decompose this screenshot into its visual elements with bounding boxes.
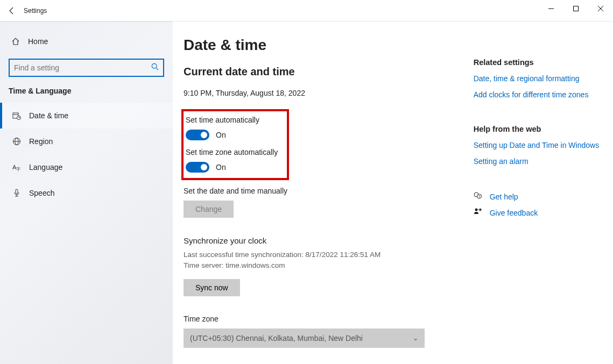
auto-timezone-state: On	[216, 163, 226, 172]
auto-timezone-label: Set time zone automatically	[186, 148, 283, 156]
related-settings-heading: Related settings	[474, 58, 613, 67]
svg-line-5	[156, 68, 158, 70]
svg-text:字: 字	[16, 167, 20, 172]
link-get-help[interactable]: Get help	[490, 192, 518, 201]
current-datetime-value: 9:10 PM, Thursday, August 18, 2022	[184, 89, 463, 97]
link-give-feedback[interactable]: Give feedback	[490, 209, 538, 217]
link-regional-formatting[interactable]: Date, time & regional formatting	[474, 74, 613, 83]
back-button[interactable]	[0, 6, 24, 15]
close-button[interactable]	[588, 0, 613, 17]
search-input[interactable]	[9, 59, 164, 77]
current-datetime-heading: Current date and time	[184, 66, 463, 78]
link-add-clocks[interactable]: Add clocks for different time zones	[474, 90, 613, 99]
timezone-heading: Time zone	[184, 315, 463, 323]
nav-language[interactable]: A字 Language	[0, 154, 173, 180]
link-setting-alarm[interactable]: Setting an alarm	[474, 157, 613, 166]
sidebar: Home Time & Language Date & time Region …	[0, 22, 173, 364]
svg-point-4	[152, 63, 157, 68]
category-header: Time & Language	[0, 87, 173, 103]
link-setup-datetime[interactable]: Setting up Date and Time in Windows	[474, 141, 613, 149]
nav-date-time[interactable]: Date & time	[0, 103, 173, 129]
auto-timezone-toggle[interactable]	[186, 162, 209, 173]
timezone-select[interactable]: (UTC+05:30) Chennai, Kolkata, Mumbai, Ne…	[184, 329, 425, 348]
language-icon: A字	[11, 163, 23, 172]
sync-heading: Synchronize your clock	[184, 236, 463, 245]
auto-time-state: On	[216, 131, 226, 139]
svg-text:?: ?	[478, 195, 480, 198]
manual-datetime-label: Set the date and time manually	[184, 187, 463, 195]
window-title: Settings	[24, 7, 47, 15]
home-label: Home	[28, 37, 48, 46]
sync-last-text: Last successful time synchronization: 8/…	[184, 249, 463, 260]
maximize-button[interactable]	[563, 0, 588, 17]
highlight-box: Set time automatically On Set time zone …	[181, 109, 289, 180]
page-title: Date & time	[184, 37, 463, 54]
nav-speech[interactable]: Speech	[0, 180, 173, 206]
feedback-icon	[474, 208, 483, 218]
svg-rect-1	[574, 6, 579, 11]
change-button[interactable]: Change	[184, 201, 234, 218]
svg-point-22	[475, 209, 477, 211]
globe-icon	[11, 137, 23, 146]
help-web-heading: Help from the web	[474, 125, 613, 133]
svg-rect-16	[16, 189, 18, 194]
nav-label: Date & time	[29, 111, 68, 120]
help-icon: ?	[474, 191, 483, 202]
auto-time-toggle[interactable]	[186, 130, 209, 140]
home-nav[interactable]: Home	[0, 31, 173, 52]
sync-server-text: Time server: time.windows.com	[184, 260, 463, 271]
home-icon	[10, 37, 22, 46]
microphone-icon	[11, 189, 23, 197]
chevron-down-icon: ⌄	[413, 334, 418, 342]
nav-label: Speech	[29, 189, 54, 197]
search-icon	[151, 63, 159, 73]
nav-region[interactable]: Region	[0, 129, 173, 154]
nav-label: Language	[29, 163, 62, 172]
timezone-value: (UTC+05:30) Chennai, Kolkata, Mumbai, Ne…	[190, 334, 363, 342]
sync-now-button[interactable]: Sync now	[184, 279, 240, 296]
auto-time-label: Set time automatically	[186, 116, 283, 124]
minimize-button[interactable]	[539, 0, 563, 17]
calendar-clock-icon	[11, 111, 23, 120]
nav-label: Region	[29, 137, 53, 146]
